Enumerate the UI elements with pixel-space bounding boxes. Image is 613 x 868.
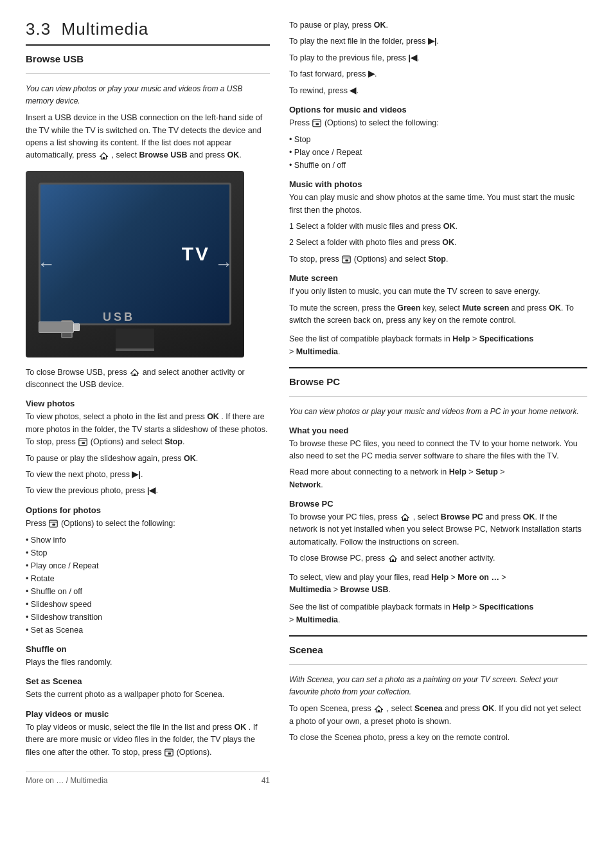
browse-pc-heading: Browse PC xyxy=(289,376,587,387)
options-music-list: Stop Play once / Repeat Shuffle on / off xyxy=(289,133,587,172)
see-list-2: See the list of compatible playback form… xyxy=(289,601,587,626)
usb-head xyxy=(73,323,80,331)
home-icon-4 xyxy=(387,554,400,563)
browse-pc-close: To close Browse PC, press and select ano… xyxy=(289,552,587,565)
svg-rect-9 xyxy=(53,523,56,525)
view-photos-line1: To pause or play the slideshow again, pr… xyxy=(26,453,270,465)
options-photos-heading: Options for photos xyxy=(26,505,270,515)
music-step2: 2 Select a folder with photo files and p… xyxy=(289,237,587,249)
what-you-need-heading: What you need xyxy=(289,426,587,435)
music-line-5: To rewind, press ◀. xyxy=(289,85,587,97)
home-icon-3 xyxy=(400,512,413,521)
music-line-2: To play the next file in the folder, pre… xyxy=(289,35,587,48)
svg-rect-3 xyxy=(134,374,136,375)
list-item: Slideshow transition xyxy=(26,611,270,624)
read-more: Read more about connecting to a network … xyxy=(289,466,587,491)
mute-screen-heading: Mute screen xyxy=(289,273,587,283)
list-item: Play once / Repeat xyxy=(26,559,270,572)
music-line-3: To play to the previous file, press |◀. xyxy=(289,52,587,64)
browse-pc-sub-para: To browse your PC files, press , select … xyxy=(289,511,587,548)
footer-left: More on … / Multimedia xyxy=(26,776,107,785)
music-with-photos-heading: Music with photos xyxy=(289,179,587,189)
list-item: Play once / Repeat xyxy=(289,146,587,159)
browse-usb-heading: Browse USB xyxy=(26,53,270,64)
mute-screen-para2: To mute the screen, press the Green key,… xyxy=(289,302,587,327)
options-music-heading: Options for music and videos xyxy=(289,105,587,114)
list-item: Set as Scenea xyxy=(26,624,270,637)
home-icon xyxy=(98,150,111,159)
scenea-close: To close the Scenea photo, press a key o… xyxy=(289,732,587,744)
svg-rect-24 xyxy=(378,710,380,712)
list-item: Stop xyxy=(289,133,587,146)
browse-pc-sub-heading: Browse PC xyxy=(289,499,587,509)
music-step1: 1 Select a folder with music files and p… xyxy=(289,221,587,233)
scenea-divider xyxy=(289,664,587,665)
options-icon-3 xyxy=(164,748,176,757)
tv-stand xyxy=(116,329,154,351)
page: 3.3 Multimedia Browse USB You can view p… xyxy=(0,0,613,804)
options-music-press: Press (Options) to select the following: xyxy=(289,117,587,129)
arrow-left-icon: ← xyxy=(37,254,55,275)
right-column: To pause or play, press OK. To play the … xyxy=(289,19,587,785)
left-column: 3.3 Multimedia Browse USB You can view p… xyxy=(26,19,270,785)
music-line-1: To pause or play, press OK. xyxy=(289,19,587,32)
svg-rect-12 xyxy=(168,752,172,754)
music-line-4: To fast forward, press ▶. xyxy=(289,68,587,80)
section-divider xyxy=(26,44,270,46)
view-photos-para: To view photos, select a photo in the li… xyxy=(26,411,270,448)
footer: More on … / Multimedia 41 xyxy=(26,772,270,785)
options-photos-press: Press (Options) to select the following: xyxy=(26,518,270,530)
home-icon-2 xyxy=(129,368,142,377)
usb-plug xyxy=(39,321,80,333)
list-item: Show info xyxy=(26,534,270,547)
play-videos-para: To play videos or music, select the file… xyxy=(26,721,270,759)
play-videos-heading: Play videos or music xyxy=(26,709,270,719)
list-item: Shuffle on / off xyxy=(26,585,270,598)
tv-screen: TV xyxy=(39,183,231,325)
svg-rect-15 xyxy=(316,123,319,125)
browse-usb-divider xyxy=(26,73,270,74)
footer-right: 41 xyxy=(262,776,270,785)
shuffle-on-heading: Shuffle on xyxy=(26,644,270,654)
svg-rect-1 xyxy=(103,157,105,159)
list-item: Shuffle on / off xyxy=(289,159,587,172)
usb-label: USB xyxy=(103,311,135,324)
close-browse-usb: To close Browse USB, press and select an… xyxy=(26,366,270,392)
to-select: To select, view and play your files, rea… xyxy=(289,572,587,597)
set-scenea-heading: Set as Scenea xyxy=(26,676,270,686)
shuffle-on-para: Plays the files randomly. xyxy=(26,656,270,669)
mute-screen-para1: If you only listen to music, you can mut… xyxy=(289,285,587,298)
usb-image: TV ← → USB xyxy=(26,171,244,357)
svg-rect-18 xyxy=(346,259,349,261)
see-list-1: See the list of compatible playback form… xyxy=(289,333,587,358)
scenea-section-divider xyxy=(289,635,587,637)
arrow-right-icon: → xyxy=(215,254,233,275)
browse-pc-divider xyxy=(289,396,587,397)
view-photos-line2: To view the next photo, press ▶|. xyxy=(26,469,270,481)
scenea-para: To open Scenea, press , select Scenea an… xyxy=(289,703,587,728)
options-icon-1 xyxy=(78,437,90,446)
list-item: Rotate xyxy=(26,572,270,585)
svg-rect-22 xyxy=(392,560,394,562)
scenea-intro: With Scenea, you can set a photo as a pa… xyxy=(289,674,587,698)
music-with-photos-para: You can play music and show photos at th… xyxy=(289,192,587,217)
set-scenea-para: Sets the current photo as a wallpaper ph… xyxy=(26,689,270,701)
browse-usb-para1: Insert a USB device in the USB connectio… xyxy=(26,112,270,162)
list-item: Stop xyxy=(26,547,270,559)
view-photos-heading: View photos xyxy=(26,399,270,408)
usb-body xyxy=(39,321,74,333)
view-photos-line3: To view the previous photo, press |◀. xyxy=(26,485,270,497)
list-item: Slideshow speed xyxy=(26,598,270,611)
browse-pc-section-divider xyxy=(289,367,587,368)
what-you-need-para: To browse these PC files, you need to co… xyxy=(289,438,587,463)
svg-rect-6 xyxy=(82,442,85,444)
options-photos-list: Show info Stop Play once / Repeat Rotate… xyxy=(26,534,270,637)
home-icon-5 xyxy=(373,704,386,713)
options-icon-4 xyxy=(312,118,324,127)
browse-pc-intro: You can view photos or play your music a… xyxy=(289,406,587,418)
options-icon-5 xyxy=(341,255,353,264)
svg-rect-20 xyxy=(404,518,406,520)
scenea-heading: Scenea xyxy=(289,644,587,655)
options-icon-2 xyxy=(48,519,60,528)
section-title: 3.3 Multimedia xyxy=(26,19,270,39)
